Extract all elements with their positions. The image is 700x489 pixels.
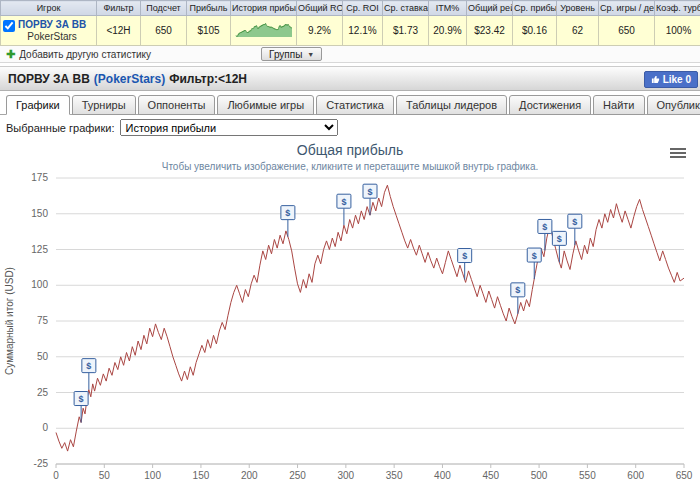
chart-context-menu-icon[interactable] — [670, 146, 686, 160]
cell-total-rake: $23.42 — [467, 16, 513, 46]
svg-text:150: 150 — [31, 208, 48, 219]
player-site: PokerStars — [18, 31, 86, 42]
add-statistic-link[interactable]: Добавить другую статистику — [19, 49, 151, 60]
svg-text:$: $ — [79, 394, 84, 404]
svg-text:0: 0 — [42, 422, 48, 433]
svg-text:125: 125 — [31, 244, 48, 255]
col-total-rake[interactable]: Общий рейк — [467, 1, 513, 16]
svg-text:$: $ — [532, 251, 537, 261]
svg-text:600: 600 — [627, 470, 644, 481]
svg-text:75: 75 — [37, 315, 49, 326]
title-filter-text: Фильтр:<12H — [169, 72, 247, 86]
svg-text:400: 400 — [434, 470, 451, 481]
svg-text:350: 350 — [386, 470, 403, 481]
tab-tournaments[interactable]: Турниры — [72, 95, 136, 115]
cell-filter: <12H — [97, 16, 141, 46]
svg-text:550: 550 — [579, 470, 596, 481]
svg-text:$: $ — [462, 251, 467, 261]
tab-leaderboards[interactable]: Таблицы лидеров — [396, 95, 507, 115]
col-player[interactable]: Игрок — [1, 1, 97, 16]
player-name-link[interactable]: ПОРВУ ЗА ВВ — [18, 19, 86, 30]
svg-text:$: $ — [515, 285, 520, 295]
col-total-roi[interactable]: Общий ROI — [297, 1, 343, 16]
tab-content: Выбранные графики: История прибыли Общая… — [0, 115, 700, 489]
svg-text:-25: -25 — [34, 458, 49, 469]
player-cell: ПОРВУ ЗА ВВ PokerStars — [1, 16, 97, 46]
player-stats-table: Игрок Фильтр Подсчет Прибыль История при… — [0, 0, 700, 63]
svg-text:$: $ — [542, 222, 547, 232]
cell-avg-roi: 12.1% — [343, 16, 383, 46]
svg-text:100: 100 — [31, 279, 48, 290]
title-site-link[interactable]: (PokerStars) — [94, 72, 165, 86]
chevron-down-icon: ▼ — [307, 51, 314, 58]
cell-count: 650 — [141, 16, 187, 46]
tab-publish[interactable]: Опубликовать — [647, 95, 700, 115]
add-plus-icon: ✚ — [6, 49, 15, 59]
svg-text:250: 250 — [289, 470, 306, 481]
svg-text:0: 0 — [53, 470, 59, 481]
tab-graphs[interactable]: Графики — [6, 95, 70, 115]
cell-turbo-coef: 100% — [655, 16, 700, 46]
svg-text:650: 650 — [676, 470, 693, 481]
svg-text:$: $ — [367, 187, 372, 197]
col-profit[interactable]: Прибыль — [187, 1, 231, 16]
cell-level: 62 — [557, 16, 599, 46]
cell-avg-stake: $1.73 — [383, 16, 429, 46]
col-avg-stake[interactable]: Ср. ставка — [383, 1, 429, 16]
table-header-row: Игрок Фильтр Подсчет Прибыль История при… — [1, 1, 700, 16]
svg-text:$: $ — [341, 197, 346, 207]
svg-text:50: 50 — [99, 470, 111, 481]
col-filter[interactable]: Фильтр — [97, 1, 141, 16]
svg-text:500: 500 — [531, 470, 548, 481]
chart-title: Общая прибыль — [0, 142, 700, 158]
tab-statistics[interactable]: Статистика — [316, 95, 394, 115]
tab-bar: Графики Турниры Оппоненты Любимые игры С… — [0, 91, 700, 115]
profit-chart-area: Общая прибыль Чтобы увеличить изображени… — [0, 142, 700, 489]
table-row: ПОРВУ ЗА ВВ PokerStars <12H 650 $105 9.2… — [1, 16, 700, 46]
page-title-bar: ПОРВУ ЗА ВВ (PokerStars) Фильтр:<12H Lik… — [0, 66, 700, 91]
cell-total-roi: 9.2% — [297, 16, 343, 46]
col-profit-history[interactable]: История прибы — [231, 1, 297, 16]
col-count[interactable]: Подсчет — [141, 1, 187, 16]
add-statistic-row: ✚ Добавить другую статистику Группы ▼ — [0, 46, 700, 63]
groups-button[interactable]: Группы ▼ — [261, 47, 322, 61]
profit-sparkline — [234, 21, 294, 39]
svg-text:450: 450 — [482, 470, 499, 481]
col-games-per-day[interactable]: Ср. игры / день — [599, 1, 655, 16]
groups-label: Группы — [269, 49, 302, 60]
tab-opponents[interactable]: Оппоненты — [138, 95, 216, 115]
svg-text:$: $ — [285, 208, 290, 218]
graph-select[interactable]: История прибыли — [120, 119, 338, 136]
chart-subtitle: Чтобы увеличить изображение, кликните и … — [0, 161, 700, 172]
col-turbo-coef[interactable]: Коэф. турбо — [655, 1, 700, 16]
cell-profit: $105 — [187, 16, 231, 46]
svg-text:100: 100 — [144, 470, 161, 481]
col-itm[interactable]: ITM% — [429, 1, 467, 16]
svg-text:$: $ — [572, 217, 577, 227]
like-count-label: Like 0 — [663, 74, 691, 85]
player-row-checkbox[interactable] — [3, 20, 15, 32]
thumbs-up-icon — [651, 75, 660, 84]
tab-find[interactable]: Найти — [593, 95, 644, 115]
svg-text:175: 175 — [31, 172, 48, 183]
profit-line-chart[interactable]: -250255075100125150175050100150200250300… — [0, 172, 700, 489]
svg-text:$: $ — [86, 361, 91, 371]
svg-text:150: 150 — [193, 470, 210, 481]
graph-select-label: Выбранные графики: — [6, 122, 114, 134]
svg-text:Суммарный итог (USD): Суммарный итог (USD) — [4, 267, 15, 375]
cell-itm: 20.9% — [429, 16, 467, 46]
svg-text:200: 200 — [241, 470, 258, 481]
title-player-name: ПОРВУ ЗА ВВ — [8, 72, 90, 86]
cell-games-per-day: 650 — [599, 16, 655, 46]
col-avg-roi[interactable]: Ср. ROI — [343, 1, 383, 16]
cell-profit-history — [231, 16, 297, 46]
tab-favorite-games[interactable]: Любимые игры — [217, 95, 314, 115]
tab-achievements[interactable]: Достижения — [509, 95, 591, 115]
graph-select-row: Выбранные графики: История прибыли — [0, 115, 700, 140]
svg-text:$: $ — [557, 234, 562, 244]
col-level[interactable]: Уровень — [557, 1, 599, 16]
facebook-like-button[interactable]: Like 0 — [644, 71, 698, 88]
svg-text:50: 50 — [37, 351, 49, 362]
col-avg-profit[interactable]: Ср. прибы — [513, 1, 557, 16]
svg-text:25: 25 — [37, 387, 49, 398]
